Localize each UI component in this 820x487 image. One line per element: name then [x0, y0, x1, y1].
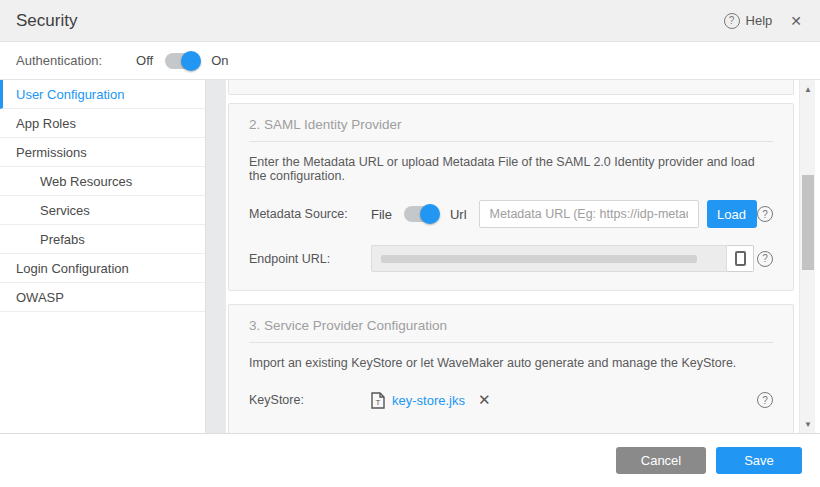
authentication-off-label: Off	[136, 53, 153, 68]
dialog-body: User Configuration App Roles Permissions…	[0, 80, 820, 433]
copy-button[interactable]	[727, 245, 754, 272]
authentication-row: Authentication: Off On	[0, 42, 820, 80]
toggle-knob	[420, 204, 440, 224]
keystore-file-link[interactable]: key-store.jks	[392, 393, 465, 408]
endpoint-url-redacted-value	[381, 255, 697, 263]
help-label: Help	[746, 13, 773, 28]
dialog-header: Security ? Help ✕	[0, 0, 820, 42]
header-actions: ? Help ✕	[724, 11, 804, 31]
svg-text:T: T	[376, 398, 381, 407]
keystore-row: KeyStore: T key-store.jks ✕ ?	[249, 391, 773, 409]
security-sidebar: User Configuration App Roles Permissions…	[0, 80, 206, 433]
help-icon: ?	[724, 13, 740, 29]
close-icon[interactable]: ✕	[788, 11, 804, 31]
metadata-url-label: Url	[450, 207, 467, 222]
previous-section-card-bottom	[228, 80, 794, 95]
sidebar-item-app-roles[interactable]: App Roles	[0, 109, 205, 138]
sidebar-item-user-configuration[interactable]: User Configuration	[0, 80, 205, 109]
endpoint-url-row: Endpoint URL: ?	[249, 245, 773, 272]
keystore-file-chip: T key-store.jks ✕	[371, 391, 491, 409]
sidebar-gutter	[206, 80, 226, 433]
service-provider-section-title: 3. Service Provider Configuration	[249, 305, 773, 343]
scroll-up-arrow-icon[interactable]: ▲	[800, 82, 816, 96]
scrollbar-thumb[interactable]	[802, 175, 814, 270]
save-button[interactable]: Save	[716, 447, 802, 474]
page-title: Security	[16, 11, 77, 31]
remove-keystore-icon[interactable]: ✕	[478, 391, 491, 409]
endpoint-url-input-group	[371, 245, 754, 272]
endpoint-url-readonly-field	[371, 245, 727, 272]
content-scroll-area: 2. SAML Identity Provider Enter the Meta…	[226, 80, 820, 433]
sidebar-item-prefabs[interactable]: Prefabs	[0, 225, 205, 254]
metadata-source-help-icon[interactable]: ?	[757, 206, 773, 222]
sidebar-item-login-configuration[interactable]: Login Configuration	[0, 254, 205, 283]
sidebar-item-web-resources[interactable]: Web Resources	[0, 167, 205, 196]
load-button[interactable]: Load	[707, 200, 757, 228]
authentication-label: Authentication:	[16, 53, 102, 68]
copy-icon	[735, 251, 746, 266]
vertical-scrollbar[interactable]: ▲ ▼	[799, 80, 815, 433]
authentication-on-label: On	[211, 53, 228, 68]
saml-section-title: 2. SAML Identity Provider	[249, 104, 773, 142]
metadata-url-input[interactable]	[479, 200, 699, 228]
dialog-footer: Cancel Save	[0, 433, 820, 487]
cancel-button[interactable]: Cancel	[616, 447, 706, 474]
metadata-source-row: Metadata Source: File Url Load ?	[249, 200, 773, 228]
saml-section-description: Enter the Metadata URL or upload Metadat…	[249, 142, 773, 183]
endpoint-url-label: Endpoint URL:	[249, 252, 371, 266]
security-dialog: Security ? Help ✕ Authentication: Off On…	[0, 0, 820, 487]
keystore-label: KeyStore:	[249, 393, 371, 407]
metadata-file-label: File	[371, 207, 392, 222]
keystore-help-icon[interactable]: ?	[757, 392, 773, 408]
sidebar-item-owasp[interactable]: OWASP	[0, 283, 205, 312]
metadata-source-label: Metadata Source:	[249, 207, 371, 221]
endpoint-url-help-icon[interactable]: ?	[757, 251, 773, 267]
service-provider-section-description: Import an existing KeyStore or let WaveM…	[249, 343, 773, 370]
help-button[interactable]: ? Help	[724, 13, 773, 29]
file-icon: T	[371, 392, 385, 409]
sidebar-item-services[interactable]: Services	[0, 196, 205, 225]
sidebar-item-permissions[interactable]: Permissions	[0, 138, 205, 167]
metadata-source-toggle[interactable]	[404, 206, 438, 222]
saml-identity-provider-card: 2. SAML Identity Provider Enter the Meta…	[228, 103, 794, 291]
toggle-knob	[181, 51, 201, 71]
authentication-toggle[interactable]	[165, 53, 199, 69]
scroll-down-arrow-icon[interactable]: ▼	[800, 417, 816, 431]
service-provider-configuration-card: 3. Service Provider Configuration Import…	[228, 304, 794, 433]
